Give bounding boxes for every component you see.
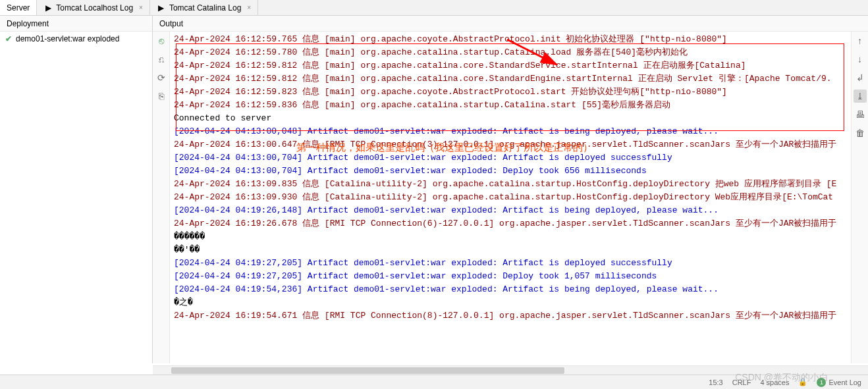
scroll-end-button[interactable]: ⤓ xyxy=(854,90,867,103)
tab-server[interactable]: Server xyxy=(0,0,37,15)
annotation-text: 第一种情况，如果这里是乱码（我这里已经设置好了所以是正常的） xyxy=(296,142,593,154)
log-line: 24-Apr-2024 16:13:09.835 信息 [Catalina-ut… xyxy=(174,178,847,191)
clear-button[interactable]: 🗑 xyxy=(854,126,867,140)
log-line: 24-Apr-2024 16:13:09.930 信息 [Catalina-ut… xyxy=(174,191,847,204)
log-line: ������ xyxy=(174,230,847,244)
artifact-name: demo01-servlet:war exploded xyxy=(16,34,119,43)
cursor-position[interactable]: 15:3 xyxy=(709,378,722,386)
print-button[interactable]: 🖶 xyxy=(854,108,867,121)
tab-label: Tomcat Catalina Log xyxy=(169,3,241,13)
svg-line-1 xyxy=(507,39,556,65)
log-line: �之� xyxy=(174,296,847,309)
deployment-panel: Deployment ✔ demo01-servlet:war exploded xyxy=(0,16,153,363)
close-icon[interactable]: × xyxy=(139,4,143,11)
log-line: ��'�� xyxy=(174,244,847,257)
check-icon: ✔ xyxy=(5,34,12,43)
tab-catalina-log[interactable]: ▶ Tomcat Catalina Log × xyxy=(150,0,258,15)
log-line: [2024-04-24 04:13:00,704] Artifact demo0… xyxy=(174,165,847,178)
tab-label: Server xyxy=(7,3,30,13)
deploy-add-button[interactable]: ⎋ xyxy=(155,34,168,47)
undeploy-button[interactable]: ⎌ xyxy=(155,53,168,66)
tabs-bar: Server ▶ Tomcat Localhost Log × ▶ Tomcat… xyxy=(0,0,868,16)
log-icon: ▶ xyxy=(43,3,53,13)
watermark: CSDN @卷不动的小白 xyxy=(735,372,828,384)
browser-button[interactable]: ⎘ xyxy=(155,90,168,103)
tab-label: Tomcat Localhost Log xyxy=(56,3,133,13)
scrollbar-thumb[interactable] xyxy=(171,367,564,374)
soft-wrap-button[interactable]: ↲ xyxy=(854,71,867,84)
log-line: [2024-04-24 04:19:27,205] Artifact demo0… xyxy=(174,257,847,270)
refresh-button[interactable]: ⟳ xyxy=(155,71,168,84)
close-icon[interactable]: × xyxy=(247,4,251,11)
annotation-arrow xyxy=(501,33,566,72)
right-toolbar: ↑ ↓ ↲ ⤓ 🖶 🗑 xyxy=(851,32,868,363)
log-line: [2024-04-24 04:19:27,205] Artifact demo0… xyxy=(174,270,847,283)
deployment-header: Deployment xyxy=(0,16,152,32)
log-line: 24-Apr-2024 16:19:54.671 信息 [RMI TCP Con… xyxy=(174,309,847,323)
scroll-down-button[interactable]: ↓ xyxy=(854,53,867,66)
log-line: [2024-04-24 04:19:54,236] Artifact demo0… xyxy=(174,283,847,296)
log-line: 24-Apr-2024 16:19:26.678 信息 [RMI TCP Con… xyxy=(174,217,847,230)
deployment-item[interactable]: ✔ demo01-servlet:war exploded xyxy=(0,32,152,46)
left-toolbar: ⎋ ⎌ ⟳ ⎘ xyxy=(153,32,170,363)
event-log-label: Event Log xyxy=(828,378,861,386)
output-header: Output xyxy=(153,16,868,32)
scroll-up-button[interactable]: ↑ xyxy=(854,34,867,47)
log-icon: ▶ xyxy=(157,3,166,13)
tab-localhost-log[interactable]: ▶ Tomcat Localhost Log × xyxy=(37,0,150,15)
log-line: [2024-04-24 04:19:26,148] Artifact demo0… xyxy=(174,204,847,217)
